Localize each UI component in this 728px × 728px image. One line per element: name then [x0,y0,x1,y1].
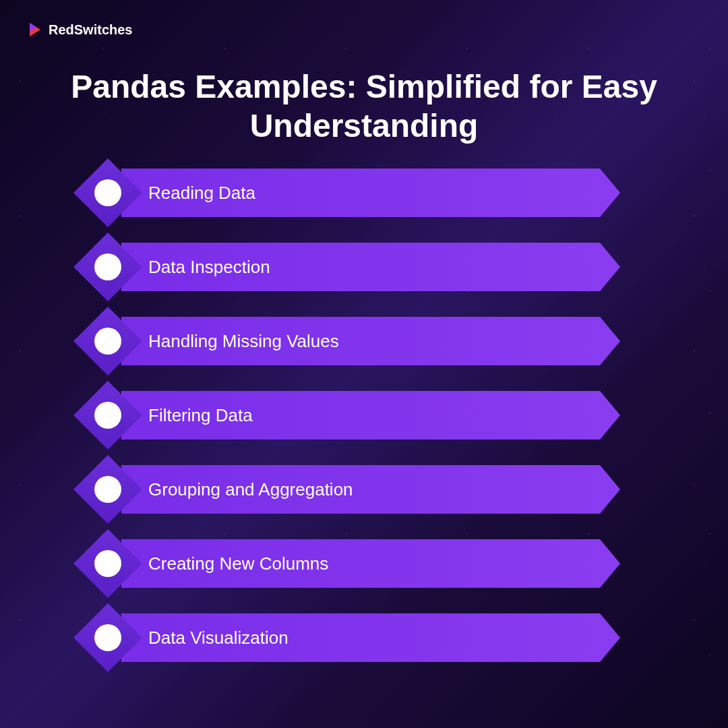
list-item: Filtering Data [108,391,620,439]
brand-name: RedSwitches [49,22,132,38]
item-label: Data Inspection [148,257,270,278]
list-item: Data Visualization [108,613,620,662]
play-icon [27,22,43,38]
circle-bullet [94,253,121,280]
item-label: Grouping and Aggregation [148,479,353,500]
circle-bullet [94,550,121,577]
circle-bullet [94,179,121,206]
item-label: Reading Data [148,183,255,204]
page-title: Pandas Examples: Simplified for Easy Und… [36,67,692,145]
item-label: Creating New Columns [148,553,328,574]
circle-bullet [94,402,121,429]
list-item: Handling Missing Values [108,317,620,365]
items-list: Reading Data Data Inspection Handling Mi… [108,169,620,662]
list-item: Data Inspection [108,243,620,291]
item-label: Data Visualization [148,628,289,648]
list-item: Creating New Columns [108,539,620,588]
brand-logo: RedSwitches [27,22,132,38]
circle-bullet [94,328,121,355]
circle-bullet [94,476,121,503]
circle-bullet [94,624,121,651]
list-item: Reading Data [108,169,620,217]
item-label: Filtering Data [148,405,253,426]
item-label: Handling Missing Values [148,331,339,352]
list-item: Grouping and Aggregation [108,465,620,514]
